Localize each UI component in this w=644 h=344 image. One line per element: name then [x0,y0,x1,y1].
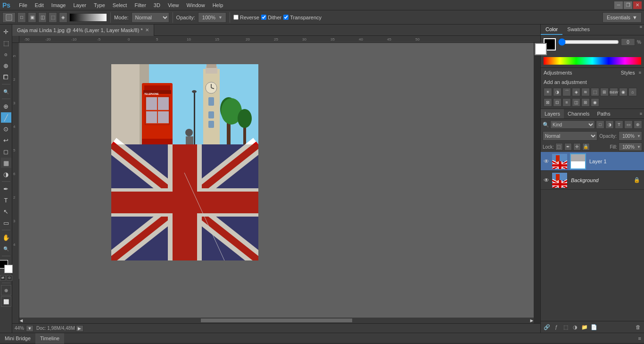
menu-edit[interactable]: Edit [31,0,48,10]
menu-filter[interactable]: Filter [131,0,149,10]
adj-levels-icon[interactable]: ◑ [553,88,561,96]
styles-tab[interactable]: Styles [621,70,635,76]
close-button[interactable]: ✕ [633,1,642,9]
opacity-input[interactable] [199,12,218,23]
menu-help[interactable]: Help [209,0,227,10]
layer-mask-button[interactable]: ⬚ [561,323,570,331]
adj-channelmix-icon[interactable]: ⌂ [628,88,637,96]
pen-tool[interactable]: ✒ [1,184,11,194]
k-value-input[interactable] [621,38,635,46]
adj-gradientmap-icon[interactable]: ◫ [572,98,580,107]
quick-mask-button[interactable]: ⊕ [1,285,11,295]
default-colors-button[interactable]: ⊙ [7,275,12,281]
reverse-checkbox-label[interactable]: Reverse [233,15,259,20]
tool-preset-button[interactable] [2,12,16,23]
dither-checkbox[interactable] [261,15,266,20]
document-tab[interactable]: Gaja mai Linda 1.jpg @ 44% (Layer 1, Lay… [12,25,154,36]
layers-filter-pixel-icon[interactable]: □ [596,120,604,129]
fill-value-input[interactable] [620,144,637,150]
background-visibility-button[interactable]: 👁 [543,176,550,184]
layer-item-background[interactable]: 👁 [541,171,644,190]
essentials-button[interactable]: Essentials ▼ [603,12,642,23]
dodge-tool[interactable]: ◑ [1,169,11,179]
gradient-box-btn-5[interactable]: ◈ [59,12,67,23]
color-tab[interactable]: Color [541,25,562,35]
opacity-dropdown-icon[interactable]: ▼ [637,134,641,138]
paths-tab[interactable]: Paths [594,109,614,118]
color-panel-expand-icon[interactable]: ≡ [638,25,644,35]
path-selection-tool[interactable]: ↖ [1,206,11,217]
scroll-thumb[interactable] [201,319,352,322]
crop-tool[interactable]: ⧠ [1,72,11,82]
document-tab-close[interactable]: ✕ [145,27,149,33]
layer-item-layer1[interactable]: 👁 [541,152,644,171]
gradient-box-btn-4[interactable]: ⬚ [49,12,57,23]
menu-image[interactable]: Image [48,0,70,10]
adj-hsl-icon[interactable]: ⬚ [591,88,599,96]
fill-dropdown-icon[interactable]: ▼ [637,145,641,149]
menu-layer[interactable]: Layer [69,0,90,10]
gradient-preview[interactable] [69,13,107,22]
transparency-checkbox[interactable] [283,15,289,20]
reverse-checkbox[interactable] [233,15,239,20]
adj-bw-icon[interactable]: B&W [610,88,618,96]
marquee-tool[interactable]: ⬚ [1,38,11,48]
adj-selectivecolor-icon[interactable]: ⊞ [581,98,590,107]
layers-filter-sm-icon[interactable]: ⊕ [634,120,642,129]
scroll-left-btn[interactable]: ◄ [19,318,23,323]
background-color-swatch[interactable] [535,43,547,55]
layer-new-button[interactable]: 📄 [590,323,598,331]
adj-panel-menu-icon[interactable]: ≡ [639,70,641,75]
adj-curves-icon[interactable]: ⌒ [562,88,571,96]
color-picker[interactable] [0,260,13,273]
lock-image-icon[interactable]: ✒ [564,143,572,151]
adj-photofilter-icon[interactable]: ◉ [619,88,627,96]
adj-other-icon[interactable]: ◉ [591,98,599,107]
menu-file[interactable]: File [15,0,31,10]
k-slider[interactable] [558,40,619,44]
layers-filter-adj-icon[interactable]: ◑ [605,120,614,129]
swap-colors-button[interactable]: ⇄ [0,275,6,281]
eraser-tool[interactable]: ◻ [1,146,11,157]
adj-threshold-icon[interactable]: ≡ [562,98,571,107]
history-tool[interactable]: ↩ [1,135,11,145]
menu-view[interactable]: View [164,0,183,10]
gradient-box-btn-1[interactable]: □ [17,12,26,23]
adjustments-tab[interactable]: Adjustments [544,70,621,76]
panel-collapse-button[interactable]: ◀ [534,43,540,323]
zoom-options-button[interactable]: ▼ [26,325,33,332]
minimize-button[interactable]: ─ [614,1,623,9]
zoom-tool[interactable]: 🔍 [1,243,11,254]
menu-window[interactable]: Window [183,0,209,10]
shape-tool[interactable]: ▭ [1,218,11,228]
gradient-tool[interactable]: ▦ [1,158,11,168]
bottom-panel-menu-icon[interactable]: ≡ [636,336,644,341]
layers-filter-type-icon[interactable]: T [615,120,623,129]
channels-tab[interactable]: Channels [564,109,593,118]
layer1-visibility-button[interactable]: 👁 [543,158,550,165]
swatches-tab[interactable]: Swatches [562,25,594,35]
layer-delete-button[interactable]: 🗑 [634,323,642,331]
scroll-right-btn[interactable]: ► [530,318,534,323]
hand-tool[interactable]: ✋ [1,232,11,243]
gradient-box-btn-3[interactable]: ◫ [38,12,47,23]
horizontal-scrollbar[interactable]: ◄ ► [19,318,534,323]
layer-style-button[interactable]: ƒ [552,323,561,331]
layer-opacity-input[interactable] [620,134,637,139]
lock-position-icon[interactable]: ✛ [573,143,581,151]
menu-type[interactable]: Type [90,0,109,10]
layer-group-button[interactable]: 📁 [580,323,589,331]
layer-mode-select[interactable]: Normal [543,131,597,141]
timeline-tab[interactable]: Timeline [35,333,64,344]
eyedropper-tool[interactable]: 🔍 [1,86,11,97]
layers-filter-shape-icon[interactable]: ▭ [624,120,633,129]
adj-vibrance-icon[interactable]: ≋ [581,88,590,96]
lock-all-icon[interactable]: 🔒 [582,143,590,151]
adj-colorbalance-icon[interactable]: ⊞ [600,88,609,96]
adj-brightness-icon[interactable]: ☀ [544,88,552,96]
quick-select-tool[interactable]: ⊕ [1,60,11,71]
background-color[interactable] [4,265,13,273]
screen-mode-button[interactable]: ⬜ [1,296,11,307]
dither-checkbox-label[interactable]: Dither [261,15,281,20]
clone-tool[interactable]: ⊙ [1,124,11,134]
